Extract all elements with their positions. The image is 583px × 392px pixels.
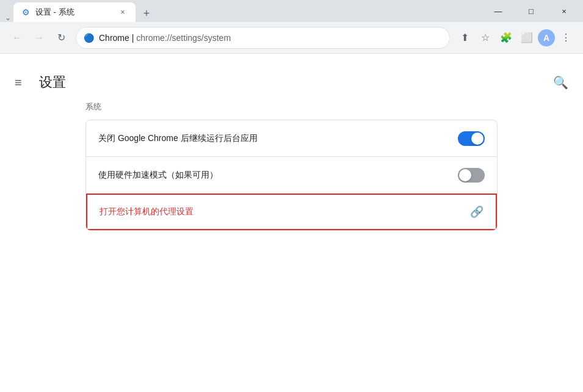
menu-icon[interactable]: ≡	[15, 76, 29, 90]
settings-header: ≡ 设置 🔍	[0, 68, 583, 101]
url-path: settings/system	[172, 33, 231, 43]
page: ≡ 设置 🔍 系统 关闭 Google Chrome 后继续运行后台应用 使用硬…	[0, 54, 583, 392]
new-tab-button[interactable]: +	[138, 5, 155, 22]
setting-row-proxy[interactable]: 打开您计算机的代理设置 🔗	[86, 194, 497, 230]
titlebar: ⌄ ⚙ 设置 - 系统 × + — □ ×	[0, 0, 583, 22]
split-button[interactable]: ⬜	[517, 28, 537, 48]
extensions-button[interactable]: 🧩	[496, 28, 516, 48]
chrome-logo-icon: 🔵	[84, 33, 94, 43]
search-button[interactable]: 🔍	[553, 75, 568, 90]
maximize-button[interactable]: □	[517, 1, 545, 21]
setting-row-hardware: 使用硬件加速模式（如果可用）	[86, 157, 497, 194]
navbar: ← → ↻ 🔵 Chrome | chrome://settings/syste…	[0, 22, 583, 54]
section-title: 系统	[85, 101, 498, 112]
url-text: Chrome | chrome://settings/system	[99, 33, 442, 43]
setting-label-background: 关闭 Google Chrome 后继续运行后台应用	[98, 133, 458, 144]
setting-label-proxy: 打开您计算机的代理设置	[100, 206, 470, 217]
external-link-icon[interactable]: 🔗	[470, 205, 483, 219]
share-button[interactable]: ⬆	[455, 28, 474, 48]
minimize-button[interactable]: —	[484, 1, 512, 21]
nav-actions: ⬆ ☆ 🧩 ⬜ A ⋮	[455, 28, 576, 48]
refresh-button[interactable]: ↻	[51, 28, 71, 48]
toggle-knob	[471, 132, 483, 145]
tab-bar: ⌄ ⚙ 设置 - 系统 × +	[5, 0, 484, 22]
setting-label-hardware: 使用硬件加速模式（如果可用）	[98, 170, 458, 181]
setting-row-background: 关闭 Google Chrome 后继续运行后台应用	[86, 120, 497, 157]
address-bar[interactable]: 🔵 Chrome | chrome://settings/system	[76, 27, 450, 49]
window-controls: — □ ×	[484, 1, 578, 21]
forward-button[interactable]: →	[29, 28, 49, 48]
back-button[interactable]: ←	[7, 28, 27, 48]
toggle-hardware-accel[interactable]	[458, 168, 485, 183]
toggle-background-apps[interactable]	[458, 131, 485, 146]
more-button[interactable]: ⋮	[556, 28, 576, 48]
toggle-knob-hw	[459, 169, 471, 181]
tab-close-button[interactable]: ×	[117, 7, 128, 18]
tab-list-chevron-icon[interactable]: ⌄	[5, 13, 11, 22]
tab-favicon-icon: ⚙	[21, 7, 31, 17]
tab-title: 设置 - 系统	[35, 7, 112, 18]
content: ≡ 设置 🔍 系统 关闭 Google Chrome 后继续运行后台应用 使用硬…	[0, 54, 583, 392]
url-protocol: chrome://	[136, 33, 172, 43]
settings-section: 系统 关闭 Google Chrome 后继续运行后台应用 使用硬件加速模式（如…	[0, 101, 583, 231]
profile-button[interactable]: A	[538, 29, 555, 46]
page-title: 设置	[39, 73, 66, 92]
settings-card: 关闭 Google Chrome 后继续运行后台应用 使用硬件加速模式（如果可用…	[85, 120, 498, 231]
brand-text: Chrome	[99, 33, 129, 43]
active-tab[interactable]: ⚙ 设置 - 系统 ×	[13, 2, 136, 22]
close-button[interactable]: ×	[550, 1, 578, 21]
bookmark-button[interactable]: ☆	[476, 28, 495, 48]
